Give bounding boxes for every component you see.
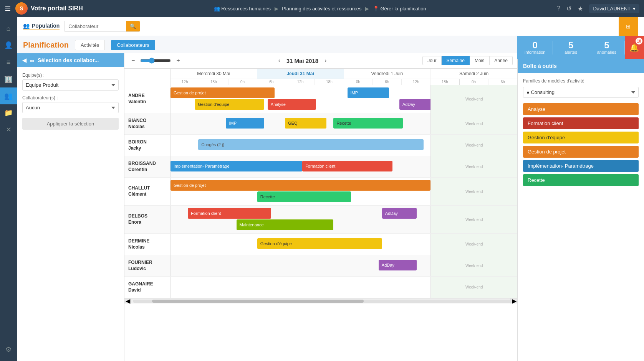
- sidebar-item-files[interactable]: 📁: [0, 104, 17, 121]
- sidebar-item-tools[interactable]: ✕: [0, 121, 17, 138]
- days-row: Mercredi 30 Mai Jeudi 31 Mai Vendredi 1 …: [171, 69, 517, 85]
- view-buttons: Jour Semaine Mois Année: [422, 56, 513, 65]
- apply-button[interactable]: Appliquer la sélection: [22, 118, 119, 130]
- zoom-out-button[interactable]: −: [129, 56, 137, 65]
- activity-bar[interactable]: Maintenance: [237, 219, 334, 230]
- activity-bar[interactable]: AdDay: [379, 260, 417, 270]
- stats-bar: 0 information 5 alertes 5 anomalies 🔔 10: [517, 36, 644, 59]
- filter-toggle-icon: ◀: [22, 57, 26, 63]
- search-box: 🔍: [64, 21, 140, 32]
- activity-bar[interactable]: AdDay: [382, 208, 417, 219]
- person-activities: Implémentation- Paramétrage Formation cl…: [171, 156, 517, 177]
- activity-bar[interactable]: Congés (2 j): [198, 139, 424, 150]
- person-name: BOIRONJacky: [124, 135, 171, 156]
- list-item[interactable]: Formation client: [523, 117, 639, 129]
- day-fri: Vendredi 1 Juin: [344, 69, 431, 79]
- activity-bar[interactable]: Analyse: [268, 99, 316, 110]
- scroll-thumb[interactable]: [152, 300, 364, 303]
- person-activities: Formation client Maintenance AdDay Week-…: [171, 206, 517, 233]
- help-icon[interactable]: ?: [557, 5, 561, 12]
- activity-bar[interactable]: Recette: [333, 118, 403, 129]
- secondary-bar: 👥 Population 🔍 ⊞: [17, 17, 644, 36]
- user-name: David LAURENT: [593, 6, 631, 12]
- activity-bar[interactable]: Gestion d'équipe: [257, 238, 382, 249]
- activity-bar[interactable]: Formation client: [302, 161, 392, 171]
- day-columns: Mercredi 30 Mai Jeudi 31 Mai Vendredi 1 …: [171, 69, 517, 79]
- day-sat: Samedi 2 Juin: [430, 69, 517, 79]
- hamburger-icon[interactable]: ☰: [5, 4, 11, 13]
- filter-header[interactable]: ◀ ⚏ Sélection des collabor...: [17, 53, 124, 67]
- day-wed: Mercredi 30 Mai: [171, 69, 257, 79]
- view-jour[interactable]: Jour: [422, 56, 441, 65]
- equipe-select[interactable]: Equipe Produit Equipe Marketing Equipe D…: [22, 79, 119, 91]
- prev-period-button[interactable]: ‹: [275, 56, 283, 65]
- view-annee[interactable]: Année: [489, 56, 513, 65]
- list-item[interactable]: Gestion de projet: [523, 146, 639, 158]
- person-name: ANDREValentin: [124, 85, 171, 113]
- widget-icon[interactable]: ⊞: [619, 17, 638, 36]
- activity-bar[interactable]: Gestion de projet: [171, 87, 275, 98]
- toolbox-panel: Boîte à outils Familles de modèles d'act…: [517, 59, 644, 361]
- next-period-button[interactable]: ›: [321, 56, 329, 65]
- breadcrumb: 👥 Ressources humaines ▶ Planning des act…: [83, 6, 557, 12]
- user-menu[interactable]: David LAURENT ▾: [589, 4, 639, 13]
- stat-information[interactable]: 0 information: [517, 41, 553, 54]
- search-input[interactable]: [65, 21, 126, 31]
- stat-anomalies[interactable]: 5 anomalies: [589, 41, 625, 54]
- table-row: BOIRONJacky Congés (2 j) Week-end: [124, 135, 517, 156]
- horizontal-scrollbar[interactable]: ◀ ▶: [124, 298, 517, 303]
- search-button[interactable]: 🔍: [126, 21, 140, 31]
- view-mois[interactable]: Mois: [470, 56, 489, 65]
- activity-bar[interactable]: IMP: [226, 118, 264, 129]
- zoom-slider[interactable]: [140, 58, 171, 64]
- activity-bar[interactable]: Gestion de projet: [171, 180, 430, 191]
- activity-bar[interactable]: Recette: [257, 191, 351, 202]
- scroll-right-button[interactable]: ▶: [510, 298, 517, 303]
- planification-header: Planification Activités Collaborateurs: [17, 36, 517, 50]
- activity-bar[interactable]: GEQ: [285, 118, 326, 129]
- sidebar-item-home[interactable]: ⌂: [0, 20, 17, 37]
- list-item[interactable]: Gestion d'équipe: [523, 132, 639, 143]
- consulting-select[interactable]: ● Consulting: [523, 87, 639, 98]
- list-item[interactable]: Implémentation- Paramétrage: [523, 160, 639, 172]
- activity-bar[interactable]: Implémentation- Paramétrage: [171, 161, 302, 171]
- tab-activites[interactable]: Activités: [75, 40, 105, 50]
- scroll-track: [133, 300, 517, 303]
- scroll-left-button[interactable]: ◀: [124, 298, 131, 303]
- weekend-overlay: Week-end: [430, 206, 517, 233]
- history-icon[interactable]: ↺: [566, 5, 571, 12]
- calendar-scroll[interactable]: Mercredi 30 Mai Jeudi 31 Mai Vendredi 1 …: [124, 69, 517, 361]
- day-thu: Jeudi 31 Mai: [257, 69, 344, 79]
- zoom-in-button[interactable]: +: [174, 56, 182, 65]
- person-name: DELBOSEnora: [124, 206, 171, 233]
- population-label: Population: [32, 23, 60, 29]
- person-activities: Congés (2 j) Week-end: [171, 135, 517, 156]
- person-name: BIANCONicolas: [124, 113, 171, 134]
- sidebar-item-people[interactable]: 👥: [0, 87, 17, 104]
- population-icon: 👥: [23, 23, 30, 29]
- activity-bar[interactable]: AdDay: [399, 99, 434, 110]
- activity-bar[interactable]: Formation client: [188, 208, 271, 219]
- activity-bar[interactable]: IMP: [348, 87, 389, 98]
- equipe-label: Equipe(s) :: [22, 73, 119, 78]
- sidebar-item-settings[interactable]: ⚙: [0, 341, 17, 358]
- tab-collaborateurs[interactable]: Collaborateurs: [111, 40, 155, 50]
- stat-anomalies-label: anomalies: [589, 50, 624, 54]
- current-date-display: 31 Mai 2018: [286, 58, 318, 64]
- sidebar-item-org[interactable]: 🏢: [0, 71, 17, 87]
- person-activities: Gestion de projet Recette Week-end: [171, 178, 517, 205]
- weekend-overlay: Week-end: [430, 156, 517, 177]
- list-item[interactable]: Analyse: [523, 103, 639, 115]
- stat-alertes[interactable]: 5 alertes: [553, 41, 589, 54]
- weekend-overlay: Week-end: [430, 178, 517, 205]
- sidebar-item-profile[interactable]: 👤: [0, 37, 17, 54]
- population-tab[interactable]: 👥 Population: [23, 23, 60, 30]
- collab-select[interactable]: Aucun Tous: [22, 102, 119, 113]
- favorites-icon[interactable]: ★: [578, 5, 583, 12]
- activity-bar[interactable]: Gestion d'équipe: [195, 99, 264, 110]
- list-item[interactable]: Recette: [523, 174, 639, 186]
- sidebar-item-tasks[interactable]: ≡: [0, 54, 17, 71]
- view-semaine[interactable]: Semaine: [442, 56, 470, 65]
- alert-button[interactable]: 🔔 10: [625, 36, 644, 59]
- person-activities: AdDay Week-end: [171, 255, 517, 276]
